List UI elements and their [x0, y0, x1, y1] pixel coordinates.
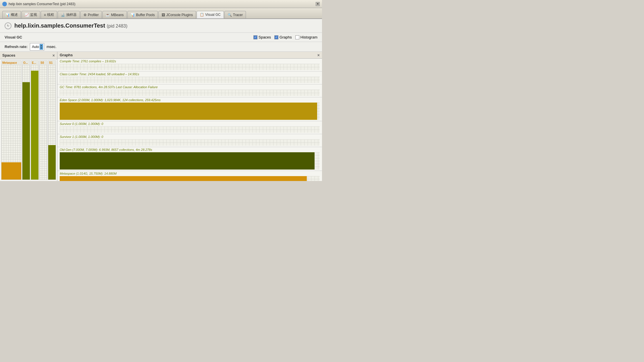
refresh-unit: msec. [46, 45, 57, 49]
eden-bar-fill [60, 103, 317, 120]
tab-threads-label: 线程 [47, 12, 54, 17]
metaspace-fill [1, 162, 21, 180]
s0-grid [40, 65, 47, 180]
survivor0-graph: Survivor 0 (1.000M, 1.000M): 0 [57, 121, 322, 134]
old-column: O... [22, 60, 30, 180]
histogram-checkbox-label: Histogram [300, 35, 317, 39]
old-grid [22, 65, 30, 180]
graphs-panel: Graphs × Compile Time: 2761 compiles – 1… [57, 52, 322, 181]
spaces-panel-close[interactable]: × [53, 53, 55, 57]
metaspace-bar-container [60, 176, 320, 181]
eden-space-graph: Eden Space (2.000M, 1.000M): 1,023.984K,… [57, 97, 322, 121]
tab-monitor[interactable]: 📈 监视 [22, 11, 40, 18]
up-arrow-icon[interactable]: ▲ [40, 44, 42, 47]
tracer-icon: 🔍 [228, 13, 232, 17]
class-loader-label: Class Loader Time: 2434 loaded, 58 unloa… [57, 72, 322, 77]
eden-label: E... [31, 61, 38, 65]
app-title: help.lixin.samples.ConsumerTest (pid 248… [14, 22, 127, 29]
class-loader-timeline [60, 77, 320, 83]
compile-time-graph: Compile Time: 2761 compiles – 19.602s [57, 59, 322, 72]
spaces-checkbox-group[interactable]: ✓ Spaces [253, 35, 271, 39]
refresh-indicator: ↻ [5, 22, 11, 29]
compile-time-timeline [60, 64, 320, 70]
survivor1-graph: Survivor 1 (1.000M, 1.000M): 0 [57, 134, 322, 147]
toolbar-left: Visual GC [5, 35, 22, 39]
metaspace-graph-label: Metaspace (1.014G, 15.750M): 14.880M [57, 171, 322, 176]
graphs-panel-title: Graphs [60, 53, 73, 57]
overview-icon: 📊 [5, 13, 10, 17]
tab-visualgc-label: Visual GC [205, 13, 221, 17]
mbeans-icon: ☕ [106, 13, 110, 17]
s1-column: S1 [48, 60, 56, 180]
tab-visualgc[interactable]: 📋 Visual GC [197, 11, 224, 18]
title-bar: help lixin samples ConsumerTest (pid 248… [0, 0, 322, 8]
refresh-label: Refresh rate: [5, 45, 28, 49]
old-gen-label: Old Gen (7.000M, 7.000M): 6.993M, 8657 c… [57, 147, 322, 152]
tab-mbeans[interactable]: ☕ MBeans [102, 11, 127, 18]
app-icon [2, 2, 7, 6]
old-gen-bar-container [60, 152, 320, 170]
tab-bufferpools-label: Buffer Pools [136, 13, 155, 17]
graphs-panel-close[interactable]: × [317, 53, 320, 57]
s0-column: S0 [39, 60, 47, 180]
checkmark-icon: ✓ [254, 36, 257, 39]
histogram-checkbox-group[interactable]: Histogram [295, 35, 317, 39]
tab-monitor-label: 监视 [30, 12, 37, 17]
tab-profiler-label: Profiler [88, 13, 99, 17]
toolbar-title: Visual GC [5, 35, 22, 39]
gc-time-timeline [60, 90, 320, 96]
eden-column: E... [31, 60, 39, 180]
tab-jconsoleplugins[interactable]: 🖼 JConsole Plugins [158, 11, 196, 18]
tab-mbeans-label: MBeans [111, 13, 124, 17]
toolbar: Visual GC ✓ Spaces ✓ Graphs Histogram [0, 33, 322, 42]
profiler-icon: ⚙ [84, 13, 87, 17]
refresh-bar: Refresh rate: Auto ▲ ▼ msec. [0, 42, 322, 52]
down-arrow-icon[interactable]: ▼ [40, 47, 42, 49]
tab-tracer-label: Tracer [233, 13, 243, 17]
tab-bufferpools[interactable]: 📊 Buffer Pools [127, 11, 158, 18]
spaces-panel-title: Spaces [2, 53, 15, 57]
monitor-icon: 📈 [25, 13, 29, 17]
histogram-checkbox[interactable] [295, 35, 299, 39]
close-button[interactable]: ✕ [316, 2, 320, 6]
class-loader-graph: Class Loader Time: 2434 loaded, 58 unloa… [57, 72, 322, 84]
survivor1-label: Survivor 1 (1.000M, 1.000M): 0 [57, 134, 322, 139]
graphs-checkbox-group[interactable]: ✓ Graphs [274, 35, 292, 39]
tab-profiler[interactable]: ⚙ Profiler [80, 11, 102, 18]
sampler-icon: 🔬 [61, 13, 65, 17]
metaspace-bar-fill [60, 176, 307, 181]
spinner-arrows[interactable]: ▲ ▼ [40, 44, 43, 50]
gc-time-graph: GC Time: 8781 collections, 4m 28.537s La… [57, 84, 322, 97]
spaces-visual: Metaspace O... E... [0, 59, 57, 181]
metaspace-column: Metaspace [1, 60, 22, 180]
visualgc-icon: 📋 [200, 13, 204, 17]
compile-time-label: Compile Time: 2761 compiles – 19.602s [57, 59, 322, 64]
s1-label: S1 [48, 61, 56, 65]
tab-threads[interactable]: ≡ 线程 [41, 11, 57, 18]
eden-bar-container [60, 103, 320, 120]
checkmark-icon2: ✓ [275, 36, 278, 39]
tab-tracer[interactable]: 🔍 Tracer [224, 11, 246, 18]
graphs-checkbox[interactable]: ✓ [274, 35, 278, 39]
tab-overview[interactable]: 📊 概述 [2, 11, 21, 18]
refresh-value: Auto [32, 45, 39, 49]
survivor1-timeline [60, 139, 320, 146]
threads-icon: ≡ [44, 13, 46, 17]
bufferpools-icon: 📊 [131, 13, 135, 17]
survivor0-label: Survivor 0 (1.000M, 1.000M): 0 [57, 121, 322, 126]
metaspace-grid [1, 65, 21, 180]
graphs-panel-header: Graphs × [57, 52, 322, 59]
tab-sampler-label: 抽样器 [66, 12, 77, 17]
main-content: ↻ help.lixin.samples.ConsumerTest (pid 2… [0, 19, 322, 181]
survivor0-timeline [60, 126, 320, 133]
spaces-checkbox[interactable]: ✓ [253, 35, 257, 39]
panels-container: Spaces × Metaspace O... [0, 52, 322, 181]
tab-sampler[interactable]: 🔬 抽样器 [58, 11, 80, 18]
refresh-input[interactable]: Auto ▲ ▼ [30, 43, 44, 51]
spaces-checkbox-label: Spaces [259, 35, 271, 39]
old-label: O... [22, 61, 30, 65]
eden-fill [31, 71, 38, 180]
app-header: ↻ help.lixin.samples.ConsumerTest (pid 2… [0, 19, 322, 33]
jconsole-icon: 🖼 [162, 13, 165, 17]
spaces-panel: Spaces × Metaspace O... [0, 52, 57, 181]
